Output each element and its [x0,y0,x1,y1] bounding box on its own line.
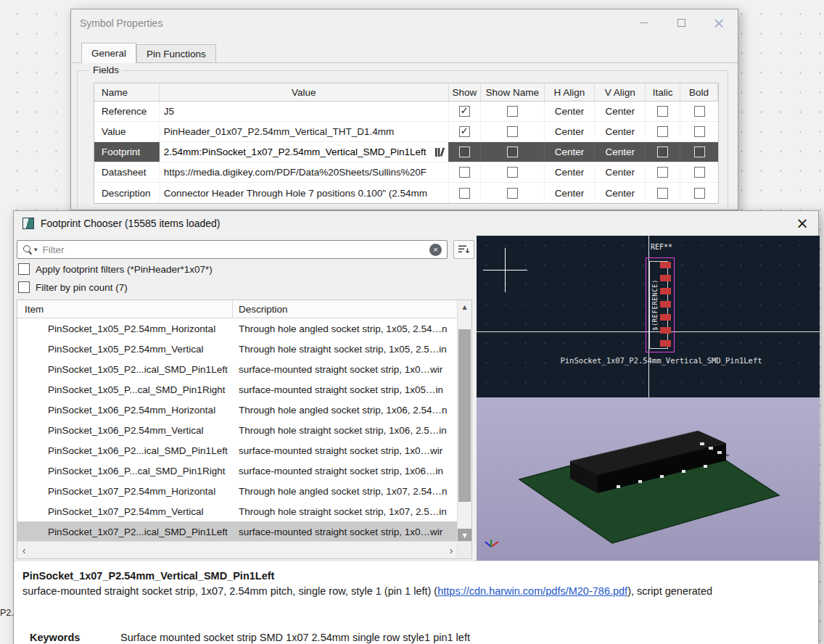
v-align-value[interactable]: Center [595,122,646,141]
scroll-right-icon[interactable]: › [445,542,458,558]
field-value[interactable]: J5 [160,102,449,121]
scrollbar-thumb[interactable] [458,329,471,502]
symbol-properties-titlebar[interactable]: Symbol Properties × [71,9,738,36]
fields-group-label: Fields [89,65,123,75]
tab-general[interactable]: General [81,43,136,63]
column-header-h-align[interactable]: H Align [545,83,596,101]
datasheet-link[interactable]: https://cdn.harwin.com/pdfs/M20-786.pdf [437,585,627,597]
footprint-list-item[interactable]: PinSocket_1x06_P2.54mm_HorizontalThrough… [17,400,457,420]
apply-footprint-filters-checkbox[interactable] [18,263,30,275]
show-name-cell [481,122,545,141]
footprint-list-item[interactable]: PinSocket_1x07_P2.54mm_VerticalThrough h… [17,501,457,521]
bold-checkbox[interactable] [694,188,705,199]
field-row-datasheet[interactable]: Datasheet https://media.digikey.com/PDF/… [94,162,718,183]
show-name-checkbox[interactable] [507,126,518,137]
bold-checkbox[interactable] [694,146,705,157]
column-header-name[interactable]: Name [94,83,160,101]
horizontal-scrollbar[interactable]: ‹ › [17,541,458,558]
footprint-list-item[interactable]: PinSocket_1x05_P2.54mm_VerticalThrough h… [17,339,457,359]
vertical-scrollbar[interactable]: ▲ ▼ [457,300,471,542]
footprint-list-item[interactable]: PinSocket_1x05_P2...ical_SMD_Pin1Leftsur… [17,359,457,379]
column-header-v-align[interactable]: V Align [595,83,646,101]
v-align-value[interactable]: Center [595,102,646,121]
show-checkbox[interactable] [459,106,470,117]
scroll-up-icon[interactable]: ▲ [458,300,471,313]
show-checkbox[interactable] [459,167,470,178]
clear-icon: × [433,246,437,254]
column-header-italic[interactable]: Italic [646,83,680,101]
filter-options-button[interactable] [453,240,474,259]
field-row-description[interactable]: Description Connector Header Through Hol… [94,183,718,203]
footprint-list-item[interactable]: PinSocket_1x06_P2.54mm_VerticalThrough h… [17,420,457,440]
italic-cell [646,183,680,203]
footprint-list-item[interactable]: PinSocket_1x06_P...cal_SMD_Pin1Rightsurf… [17,461,457,481]
clear-filter-button[interactable]: × [429,244,442,256]
show-checkbox[interactable] [459,146,470,157]
field-row-footprint[interactable]: Footprint 2.54mm:PinSocket_1x07_P2.54mm_… [94,142,718,162]
filter-by-pin-count-checkbox[interactable] [18,281,30,293]
v-align-value[interactable]: Center [595,183,646,203]
footprint-list-item[interactable]: PinSocket_1x05_P2.54mm_HorizontalThrough… [17,318,457,339]
footprint-list-item[interactable]: PinSocket_1x07_P2.54mm_HorizontalThrough… [17,481,457,501]
column-header-show[interactable]: Show [449,83,481,101]
bold-checkbox[interactable] [694,167,705,178]
field-value[interactable]: Connector Header Through Hole 7 position… [160,183,449,203]
v-align-value[interactable]: Center [595,162,646,182]
footprint-chooser-titlebar[interactable]: Footprint Chooser (15585 items loaded) × [14,211,818,236]
show-name-checkbox[interactable] [507,167,518,178]
h-align-value[interactable]: Center [545,122,596,141]
tab-pin-functions[interactable]: Pin Functions [136,44,216,63]
footprint-list-item[interactable]: PinSocket_1x05_P...cal_SMD_Pin1Rightsurf… [17,379,457,400]
italic-checkbox[interactable] [657,146,668,157]
field-value[interactable]: https://media.digikey.com/PDF/Data%20She… [160,162,449,182]
scroll-left-icon[interactable]: ‹ [17,542,30,558]
footprint-list-item[interactable]: PinSocket_1x06_P2...ical_SMD_Pin1Leftsur… [17,440,457,461]
h-align-value[interactable]: Center [545,162,596,182]
smd-pad [709,447,713,450]
filter-search-box[interactable]: ▾ × [17,240,448,259]
scroll-down-icon[interactable]: ▼ [458,529,471,542]
bold-checkbox[interactable] [694,126,705,137]
italic-checkbox[interactable] [657,167,668,178]
smd-pad [660,475,664,478]
fields-group: Fields Name Value Show Show Name H Align… [77,70,728,212]
field-value[interactable]: PinHeader_01x07_P2.54mm_Vertical_THT_D1.… [160,122,449,141]
close-button[interactable]: × [700,9,738,36]
close-button[interactable]: × [786,211,818,236]
column-header-value[interactable]: Value [160,83,449,101]
italic-checkbox[interactable] [657,188,668,199]
h-align-value[interactable]: Center [545,183,596,203]
italic-checkbox[interactable] [657,106,668,117]
show-checkbox[interactable] [459,188,470,199]
footprint-chooser-icon [22,218,34,229]
show-name-checkbox[interactable] [507,188,518,199]
v-align-value[interactable]: Center [595,142,646,162]
filter-input[interactable] [38,244,429,255]
footprint-3d-viewer[interactable] [477,397,820,561]
pad-3 [660,288,671,294]
column-header-bold[interactable]: Bold [680,83,718,101]
bold-checkbox[interactable] [694,106,705,117]
field-row-value[interactable]: Value PinHeader_01x07_P2.54mm_Vertical_T… [94,122,718,142]
footprint-value-editor[interactable]: 2.54mm:PinSocket_1x07_P2.54mm_Vertical_S… [160,142,449,162]
show-name-checkbox[interactable] [507,106,518,117]
italic-checkbox[interactable] [657,126,668,137]
footprint-list-item-selected[interactable]: PinSocket_1x07_P2...ical_SMD_Pin1Leftsur… [17,521,457,542]
column-header-description[interactable]: Description [233,304,471,315]
window-controls: × [625,9,738,36]
library-browse-icon[interactable] [433,147,446,157]
filter-by-pin-count-row: Filter by pin count (7) [18,281,128,293]
minimize-icon [640,22,648,23]
column-header-show-name[interactable]: Show Name [481,83,545,101]
description-text: ), script generated [627,585,712,597]
keywords-label: Keywords [30,632,120,643]
show-name-checkbox[interactable] [507,146,518,157]
maximize-button[interactable] [662,9,700,36]
h-align-value[interactable]: Center [545,142,596,162]
minimize-button[interactable] [625,9,662,36]
field-row-reference[interactable]: Reference J5 Center Center [94,102,718,122]
h-align-value[interactable]: Center [545,102,596,121]
footprint-preview-canvas[interactable]: REF** $(REFERENCE) PinSocket_1x07_P2.54m… [477,236,820,397]
column-header-item[interactable]: Item [17,300,233,318]
show-checkbox[interactable] [459,126,470,137]
